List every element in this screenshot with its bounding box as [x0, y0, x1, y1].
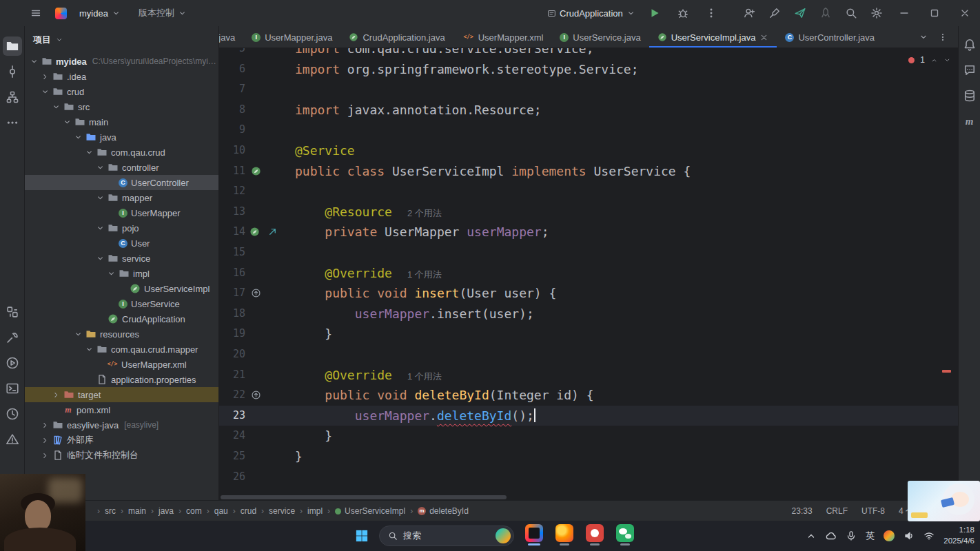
- chevron-down-icon[interactable]: [84, 345, 94, 354]
- tree-item-usermapper[interactable]: IUserMapper: [25, 205, 218, 220]
- tree-item-myidea[interactable]: myideaC:\Users\yurui\IdeaProjects\myidea: [25, 54, 218, 69]
- usages-inlay-hint[interactable]: 1 个用法: [407, 371, 442, 382]
- tab-usermapper.xml[interactable]: </>UserMapper.xml: [453, 26, 552, 48]
- search-everywhere-button[interactable]: [838, 0, 864, 26]
- settings-button[interactable]: [864, 0, 889, 26]
- tree-item-service[interactable]: service: [25, 251, 218, 266]
- tree-item-mapper[interactable]: mapper: [25, 190, 218, 205]
- maximize-button[interactable]: [919, 0, 950, 26]
- tree-item-外部库[interactable]: 外部库: [25, 433, 218, 448]
- tool-problems-button[interactable]: [3, 430, 22, 449]
- tree-item-src[interactable]: src: [25, 99, 218, 114]
- line-number-6[interactable]: 6: [219, 59, 245, 80]
- code-line-24[interactable]: }: [295, 426, 332, 446]
- breadcrumb-src[interactable]: src: [105, 506, 116, 516]
- search-highlight-icon[interactable]: [496, 528, 511, 543]
- start-button[interactable]: [353, 527, 371, 545]
- tray-clock[interactable]: 1:18 2025/4/6: [943, 525, 974, 546]
- collab-button[interactable]: [736, 0, 762, 26]
- line-number-9[interactable]: 9: [219, 120, 245, 141]
- tool-services-button[interactable]: [3, 302, 22, 322]
- vcs-widget[interactable]: 版本控制: [134, 4, 191, 22]
- breadcrumb-deletebyid[interactable]: mdeleteById: [418, 506, 469, 516]
- tree-item-application.properties[interactable]: application.properties: [25, 372, 218, 387]
- tool-commit-button[interactable]: [3, 62, 22, 81]
- line-number-21[interactable]: 21: [219, 365, 245, 386]
- chevron-down-icon[interactable]: [40, 87, 50, 96]
- horizontal-scrollbar[interactable]: [221, 495, 507, 499]
- tab-usermapper.java[interactable]: IUserMapper.java: [243, 26, 340, 48]
- tree-item-main[interactable]: main: [25, 114, 218, 129]
- tree-item-impl[interactable]: impl: [25, 266, 218, 281]
- line-number-10[interactable]: 10: [219, 141, 245, 161]
- tree-item-java[interactable]: java: [25, 129, 218, 145]
- prev-issue-icon[interactable]: [930, 56, 938, 64]
- tab-options-button[interactable]: [935, 26, 951, 48]
- line-number-20[interactable]: 20: [219, 344, 245, 365]
- tree-item-pojo[interactable]: pojo: [25, 220, 218, 236]
- tree-item-usercontroller[interactable]: CUserController: [25, 175, 218, 190]
- code-line-14[interactable]: private UserMapper userMapper;: [295, 222, 549, 242]
- tool-run-button[interactable]: [3, 353, 22, 373]
- code-line-19[interactable]: }: [295, 324, 332, 344]
- chevron-right-icon[interactable]: [40, 436, 50, 445]
- code-line-17[interactable]: public void insert(User user) {: [295, 283, 556, 304]
- picture-widget-overlay[interactable]: [908, 481, 980, 521]
- line-number-19[interactable]: 19: [219, 324, 245, 344]
- line-number-11[interactable]: 11: [219, 161, 245, 182]
- code-line-22[interactable]: public void deleteById(Integer id) {: [295, 385, 594, 406]
- project-selector[interactable]: myidea: [75, 6, 125, 21]
- project-panel-header[interactable]: 项目: [25, 26, 218, 54]
- breadcrumb-com[interactable]: com: [186, 506, 202, 516]
- main-menu-button[interactable]: [28, 5, 44, 21]
- error-stripe-mark[interactable]: [942, 370, 951, 373]
- tray-expand-icon[interactable]: [806, 530, 817, 541]
- breadcrumb-impl[interactable]: impl: [307, 506, 323, 516]
- volume-icon[interactable]: [904, 530, 915, 541]
- code-line-21[interactable]: @Override1 个用法: [295, 365, 442, 386]
- breadcrumb-java[interactable]: java: [159, 506, 174, 516]
- tree-item-pom.xml[interactable]: mpom.xml: [25, 402, 218, 417]
- file-encoding[interactable]: UTF-8: [861, 506, 885, 516]
- tab-user.java[interactable]: CUser.java: [219, 26, 243, 48]
- chevron-down-icon[interactable]: [29, 57, 39, 66]
- implement-marker-icon[interactable]: [251, 390, 261, 400]
- taskbar-search[interactable]: 搜索: [379, 526, 514, 546]
- hidden-tabs-button[interactable]: [915, 26, 932, 48]
- tool-ai-assistant-button[interactable]: [960, 61, 979, 80]
- line-number-7[interactable]: 7: [219, 79, 245, 100]
- code-line-8[interactable]: import javax.annotation.Resource;: [295, 100, 542, 121]
- tool-terminal-button[interactable]: [3, 379, 22, 398]
- network-icon[interactable]: [923, 530, 935, 541]
- line-number-17[interactable]: 17: [219, 283, 245, 304]
- line-separator[interactable]: CRLF: [826, 506, 848, 516]
- taskbar-app-intellij[interactable]: [524, 524, 544, 548]
- tool-project-button[interactable]: [3, 37, 22, 56]
- code-editor[interactable]: 1 5import com.qau.crud.service.UserServi…: [219, 48, 958, 500]
- usages-inlay-hint[interactable]: 2 个用法: [407, 208, 442, 218]
- code-line-18[interactable]: userMapper.insert(user);: [295, 304, 534, 324]
- usages-inlay-hint[interactable]: 1 个用法: [407, 269, 442, 280]
- breadcrumb-service[interactable]: service: [269, 506, 295, 516]
- taskbar-app-red[interactable]: [584, 524, 605, 548]
- code-line-16[interactable]: @Override1 个用法: [295, 263, 442, 284]
- chevron-down-icon[interactable]: [95, 163, 105, 172]
- tool-more-button[interactable]: [3, 113, 22, 132]
- tree-item-userserviceimpl[interactable]: UserServiceImpl: [25, 281, 218, 296]
- tree-item-com.qau.crud.mapper[interactable]: com.qau.crud.mapper: [25, 342, 218, 357]
- run-button[interactable]: [642, 0, 668, 26]
- bing-wallpaper-icon[interactable]: [884, 530, 895, 541]
- caret-position[interactable]: 23:33: [792, 506, 813, 516]
- tree-item-com.qau.crud[interactable]: com.qau.crud: [25, 145, 218, 160]
- line-number-22[interactable]: 22: [219, 385, 245, 406]
- debug-button[interactable]: [671, 0, 696, 26]
- tool-maven-button[interactable]: m: [960, 112, 979, 131]
- tree-item-usermapper.xml[interactable]: </>UserMapper.xml: [25, 357, 218, 372]
- chevron-right-icon[interactable]: [40, 451, 50, 460]
- chevron-down-icon[interactable]: [95, 254, 105, 263]
- bean-wiring-icon[interactable]: [267, 227, 278, 237]
- line-number-18[interactable]: 18: [219, 304, 245, 324]
- tree-item-crud[interactable]: crud: [25, 84, 218, 99]
- chevron-right-icon[interactable]: [51, 391, 61, 399]
- code-line-6[interactable]: import org.springframework.stereotype.Se…: [295, 59, 639, 80]
